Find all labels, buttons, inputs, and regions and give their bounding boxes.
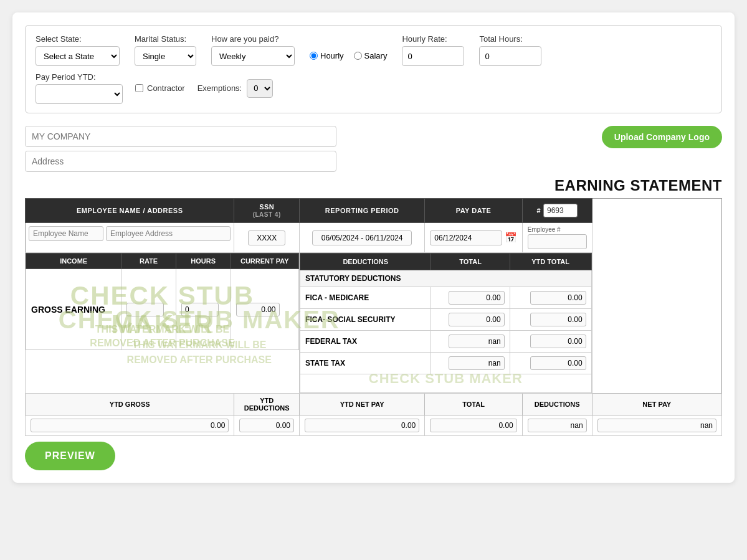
income-deductions-row: INCOME RATE HOURS CURRENT PAY [26,253,722,394]
company-name-input[interactable] [25,126,336,147]
pay-period-ytd-group: Pay Period YTD: [36,72,123,104]
total-input[interactable] [430,419,517,432]
contractor-checkbox[interactable] [135,84,143,92]
controls-row2: Pay Period YTD: Contractor Exemptions: 0… [36,72,711,104]
total-hours-label: Total Hours: [479,34,541,44]
state-tax-total-input[interactable] [449,356,505,370]
ssn-cell [234,223,300,253]
fica-social-total-input[interactable] [449,313,505,326]
ssn-input[interactable] [248,230,285,245]
deductions-header: DEDUCTIONS [522,394,592,415]
fica-social-total-cell [431,309,510,331]
fica-medicare-label-cell: FICA - MEDICARE [300,287,431,309]
payment-method-dropdown[interactable]: Weekly Bi-Weekly Semi-Monthly Monthly [211,46,295,66]
income-col-income: INCOME [26,254,121,269]
net-pay-input[interactable] [597,419,716,432]
total-hours-input[interactable] [479,46,541,66]
federal-tax-total-input[interactable] [449,335,505,348]
select-state-dropdown[interactable]: Select a State [36,46,120,66]
federal-tax-ytd-cell [510,331,591,353]
hourly-radio[interactable] [310,52,318,60]
deductions-spacer-row [300,374,592,393]
payment-method-label: How are you paid? [211,34,295,44]
employee-hash-label: Employee # [528,226,561,233]
federal-tax-total-cell [431,331,510,353]
marital-status-dropdown[interactable]: Single Married [135,46,196,66]
fica-medicare-total-input[interactable] [449,291,505,305]
table-header-row: EMPLOYEE NAME / ADDRESS SSN (LAST 4) REP… [26,199,722,223]
state-tax-label-cell: STATE TAX [300,353,431,374]
income-header-row: INCOME RATE HOURS CURRENT PAY [26,254,299,269]
total-hours-group: Total Hours: [479,34,541,66]
income-col-current-pay: CURRENT PAY [231,254,299,269]
table-data-row: 📅 Employee # [26,223,722,253]
hourly-rate-group: Hourly Rate: [402,34,464,66]
hourly-rate-input[interactable] [402,46,464,66]
total-value-cell [425,415,523,436]
federal-tax-label-cell: FEDERAL TAX [300,331,431,353]
ytd-deductions-input[interactable] [239,419,294,432]
preview-button[interactable]: PREVIEW [25,442,115,470]
fica-medicare-row: FICA - MEDICARE [300,287,592,309]
reporting-period-cell [300,223,425,253]
ytd-net-pay-input[interactable] [305,419,419,432]
statutory-header-row: STATUTORY DEDUCTIONS [300,270,592,287]
deductions-value-cell [522,415,592,436]
pay-period-ytd-label: Pay Period YTD: [36,72,123,82]
ytd-deductions-value-cell [234,415,300,436]
state-tax-ytd-input[interactable] [530,356,586,370]
fica-social-ytd-input[interactable] [530,313,586,326]
stub-table: EMPLOYEE NAME / ADDRESS SSN (LAST 4) REP… [25,198,722,436]
totals-value-row [26,415,722,436]
marital-status-group: Marital Status: Single Married [135,34,196,66]
ytd-gross-input[interactable] [31,419,229,432]
employee-address-input[interactable] [106,226,231,241]
calendar-icon[interactable]: 📅 [505,232,517,244]
income-col-rate: RATE [121,254,176,269]
payment-method-group: How are you paid? Weekly Bi-Weekly Semi-… [211,34,295,66]
employee-hash-input[interactable] [528,234,587,249]
gross-label-cell: GROSS EARNING [26,269,121,350]
salary-radio-label[interactable]: Salary [354,51,388,60]
reporting-period-input[interactable] [312,230,412,245]
net-pay-value-cell [592,415,721,436]
current-pay-input[interactable] [236,303,280,316]
statutory-label-cell: STATUTORY DEDUCTIONS [300,270,592,287]
deductions-section-cell: DEDUCTIONS TOTAL YTD TOTAL [300,253,592,394]
contractor-group: Contractor [135,83,185,93]
exemptions-label: Exemptions: [197,83,242,93]
employee-name-input[interactable] [29,226,103,241]
employee-hash-wrap: Employee # [528,226,587,249]
pay-date-cell: 📅 [425,223,523,253]
col-deductions: DEDUCTIONS [300,254,431,270]
pay-type-group: Hourly Salary [310,51,387,60]
federal-tax-ytd-input[interactable] [530,335,586,348]
company-inputs [25,126,336,172]
marital-status-label: Marital Status: [135,34,196,44]
state-tax-total-cell [431,353,510,374]
fica-medicare-ytd-input[interactable] [530,291,586,305]
federal-tax-row: FEDERAL TAX [300,331,592,353]
col-total: TOTAL [431,254,510,270]
deductions-spacer-cell [300,374,592,393]
select-state-label: Select State: [36,34,120,44]
company-address-input[interactable] [25,151,336,172]
deductions-total-input[interactable] [528,419,587,432]
pay-period-ytd-dropdown[interactable] [36,84,123,104]
exemptions-dropdown[interactable]: 0 1 2 3 [247,79,273,98]
pay-date-input[interactable] [430,230,502,245]
stub-number-input[interactable] [543,204,578,217]
current-pay-cell [231,269,299,350]
controls-box: Select State: Select a State Marital Sta… [25,25,722,113]
rate-input[interactable] [126,303,164,316]
hourly-radio-label[interactable]: Hourly [310,51,344,60]
income-table: INCOME RATE HOURS CURRENT PAY [26,253,299,350]
salary-radio[interactable] [354,52,362,60]
ytd-deductions-header: YTD DEDUCTIONS [234,394,300,415]
hourly-rate-label: Hourly Rate: [402,34,464,44]
contractor-label: Contractor [147,83,185,93]
upload-logo-button[interactable]: Upload Company Logo [602,126,722,148]
deductions-table: DEDUCTIONS TOTAL YTD TOTAL [300,253,592,393]
hours-input[interactable] [181,303,219,316]
fica-social-label-cell: FICA- SOCIAL SECURITY [300,309,431,331]
